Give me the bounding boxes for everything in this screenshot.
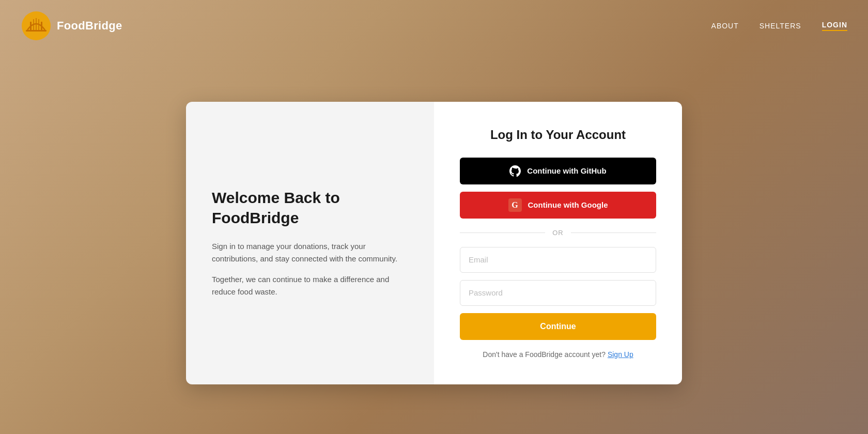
logo-icon bbox=[21, 10, 52, 41]
login-card: Welcome Back to FoodBridge Sign in to ma… bbox=[186, 102, 682, 384]
nav-links: ABOUT SHELTERS LOGIN bbox=[711, 21, 847, 31]
github-icon bbox=[509, 165, 521, 177]
google-icon: G bbox=[508, 198, 522, 212]
nav-login[interactable]: LOGIN bbox=[822, 21, 847, 31]
email-input[interactable] bbox=[460, 247, 656, 273]
signup-link[interactable]: Sign Up bbox=[608, 350, 633, 359]
password-input[interactable] bbox=[460, 280, 656, 306]
logo-area: FoodBridge bbox=[21, 10, 122, 41]
welcome-description-1: Sign in to manage your donations, track … bbox=[212, 240, 408, 265]
signup-prompt-text: Don't have a FoodBridge account yet? bbox=[483, 350, 606, 359]
navbar: FoodBridge ABOUT SHELTERS LOGIN bbox=[0, 0, 868, 52]
main-container: Welcome Back to FoodBridge Sign in to ma… bbox=[0, 52, 868, 434]
github-login-button[interactable]: Continue with GitHub bbox=[460, 158, 656, 184]
nav-shelters[interactable]: SHELTERS bbox=[760, 22, 801, 30]
signup-prompt: Don't have a FoodBridge account yet? Sig… bbox=[483, 350, 633, 359]
welcome-description-2: Together, we can continue to make a diff… bbox=[212, 273, 408, 298]
github-button-label: Continue with GitHub bbox=[527, 166, 606, 175]
or-line-left bbox=[460, 233, 545, 233]
continue-button-label: Continue bbox=[540, 322, 576, 331]
welcome-title: Welcome Back to FoodBridge bbox=[212, 188, 408, 228]
left-panel: Welcome Back to FoodBridge Sign in to ma… bbox=[186, 102, 434, 384]
svg-rect-1 bbox=[26, 30, 47, 32]
login-title: Log In to Your Account bbox=[490, 128, 626, 142]
or-divider: OR bbox=[460, 229, 656, 237]
nav-about[interactable]: ABOUT bbox=[711, 22, 739, 30]
or-text: OR bbox=[552, 229, 564, 237]
continue-button[interactable]: Continue bbox=[460, 313, 656, 340]
google-login-button[interactable]: G Continue with Google bbox=[460, 192, 656, 219]
google-button-label: Continue with Google bbox=[528, 200, 608, 209]
or-line-right bbox=[571, 233, 656, 233]
logo-text: FoodBridge bbox=[57, 19, 122, 33]
right-panel: Log In to Your Account Continue with Git… bbox=[434, 102, 682, 384]
